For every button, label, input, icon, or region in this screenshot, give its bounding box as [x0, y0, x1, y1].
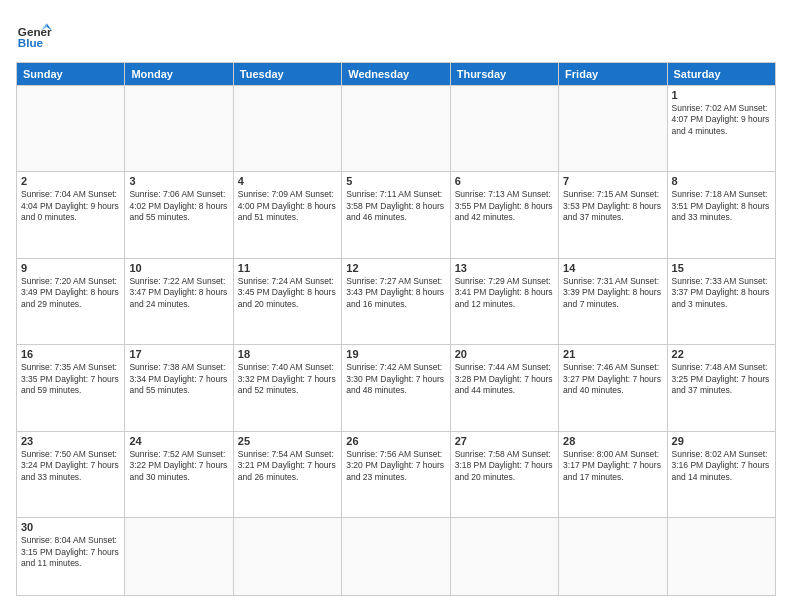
- day-info: Sunrise: 7:06 AM Sunset: 4:02 PM Dayligh…: [129, 189, 228, 223]
- day-cell-empty: [17, 86, 125, 172]
- day-number: 4: [238, 175, 337, 187]
- day-number: 5: [346, 175, 445, 187]
- week-row-2: 2Sunrise: 7:04 AM Sunset: 4:04 PM Daylig…: [17, 172, 776, 258]
- day-info: Sunrise: 7:20 AM Sunset: 3:49 PM Dayligh…: [21, 276, 120, 310]
- day-number: 20: [455, 348, 554, 360]
- day-cell-29: 29Sunrise: 8:02 AM Sunset: 3:16 PM Dayli…: [667, 431, 775, 517]
- day-info: Sunrise: 7:50 AM Sunset: 3:24 PM Dayligh…: [21, 449, 120, 483]
- day-number: 30: [21, 521, 120, 533]
- day-cell-empty: [559, 86, 667, 172]
- day-number: 10: [129, 262, 228, 274]
- day-number: 12: [346, 262, 445, 274]
- day-header-friday: Friday: [559, 63, 667, 86]
- day-cell-empty: [342, 86, 450, 172]
- day-info: Sunrise: 7:09 AM Sunset: 4:00 PM Dayligh…: [238, 189, 337, 223]
- day-number: 13: [455, 262, 554, 274]
- day-number: 1: [672, 89, 771, 101]
- calendar-table: SundayMondayTuesdayWednesdayThursdayFrid…: [16, 62, 776, 596]
- svg-text:Blue: Blue: [18, 36, 44, 49]
- day-header-saturday: Saturday: [667, 63, 775, 86]
- day-cell-16: 16Sunrise: 7:35 AM Sunset: 3:35 PM Dayli…: [17, 345, 125, 431]
- day-number: 19: [346, 348, 445, 360]
- day-cell-18: 18Sunrise: 7:40 AM Sunset: 3:32 PM Dayli…: [233, 345, 341, 431]
- day-number: 3: [129, 175, 228, 187]
- day-cell-empty: [450, 518, 558, 596]
- day-number: 24: [129, 435, 228, 447]
- week-row-3: 9Sunrise: 7:20 AM Sunset: 3:49 PM Daylig…: [17, 258, 776, 344]
- day-cell-20: 20Sunrise: 7:44 AM Sunset: 3:28 PM Dayli…: [450, 345, 558, 431]
- day-cell-7: 7Sunrise: 7:15 AM Sunset: 3:53 PM Daylig…: [559, 172, 667, 258]
- day-cell-empty: [450, 86, 558, 172]
- day-number: 2: [21, 175, 120, 187]
- day-cell-14: 14Sunrise: 7:31 AM Sunset: 3:39 PM Dayli…: [559, 258, 667, 344]
- day-info: Sunrise: 7:44 AM Sunset: 3:28 PM Dayligh…: [455, 362, 554, 396]
- day-number: 22: [672, 348, 771, 360]
- day-info: Sunrise: 7:42 AM Sunset: 3:30 PM Dayligh…: [346, 362, 445, 396]
- day-info: Sunrise: 7:38 AM Sunset: 3:34 PM Dayligh…: [129, 362, 228, 396]
- day-cell-empty: [667, 518, 775, 596]
- day-number: 27: [455, 435, 554, 447]
- day-cell-empty: [559, 518, 667, 596]
- header: General Blue: [16, 16, 776, 52]
- day-cell-15: 15Sunrise: 7:33 AM Sunset: 3:37 PM Dayli…: [667, 258, 775, 344]
- day-info: Sunrise: 7:58 AM Sunset: 3:18 PM Dayligh…: [455, 449, 554, 483]
- days-header-row: SundayMondayTuesdayWednesdayThursdayFrid…: [17, 63, 776, 86]
- day-number: 6: [455, 175, 554, 187]
- day-number: 17: [129, 348, 228, 360]
- day-number: 25: [238, 435, 337, 447]
- day-cell-28: 28Sunrise: 8:00 AM Sunset: 3:17 PM Dayli…: [559, 431, 667, 517]
- day-number: 11: [238, 262, 337, 274]
- day-info: Sunrise: 7:04 AM Sunset: 4:04 PM Dayligh…: [21, 189, 120, 223]
- week-row-5: 23Sunrise: 7:50 AM Sunset: 3:24 PM Dayli…: [17, 431, 776, 517]
- page: General Blue SundayMondayTuesdayWednesda…: [0, 0, 792, 612]
- day-number: 23: [21, 435, 120, 447]
- day-number: 9: [21, 262, 120, 274]
- day-cell-23: 23Sunrise: 7:50 AM Sunset: 3:24 PM Dayli…: [17, 431, 125, 517]
- day-header-monday: Monday: [125, 63, 233, 86]
- day-info: Sunrise: 8:00 AM Sunset: 3:17 PM Dayligh…: [563, 449, 662, 483]
- day-info: Sunrise: 7:15 AM Sunset: 3:53 PM Dayligh…: [563, 189, 662, 223]
- week-row-4: 16Sunrise: 7:35 AM Sunset: 3:35 PM Dayli…: [17, 345, 776, 431]
- day-header-thursday: Thursday: [450, 63, 558, 86]
- day-cell-27: 27Sunrise: 7:58 AM Sunset: 3:18 PM Dayli…: [450, 431, 558, 517]
- day-info: Sunrise: 8:04 AM Sunset: 3:15 PM Dayligh…: [21, 535, 120, 569]
- day-cell-9: 9Sunrise: 7:20 AM Sunset: 3:49 PM Daylig…: [17, 258, 125, 344]
- day-cell-6: 6Sunrise: 7:13 AM Sunset: 3:55 PM Daylig…: [450, 172, 558, 258]
- day-info: Sunrise: 7:33 AM Sunset: 3:37 PM Dayligh…: [672, 276, 771, 310]
- day-cell-13: 13Sunrise: 7:29 AM Sunset: 3:41 PM Dayli…: [450, 258, 558, 344]
- day-info: Sunrise: 7:40 AM Sunset: 3:32 PM Dayligh…: [238, 362, 337, 396]
- day-number: 28: [563, 435, 662, 447]
- day-info: Sunrise: 8:02 AM Sunset: 3:16 PM Dayligh…: [672, 449, 771, 483]
- day-cell-empty: [125, 518, 233, 596]
- day-number: 18: [238, 348, 337, 360]
- day-cell-24: 24Sunrise: 7:52 AM Sunset: 3:22 PM Dayli…: [125, 431, 233, 517]
- day-cell-26: 26Sunrise: 7:56 AM Sunset: 3:20 PM Dayli…: [342, 431, 450, 517]
- day-info: Sunrise: 7:48 AM Sunset: 3:25 PM Dayligh…: [672, 362, 771, 396]
- day-info: Sunrise: 7:29 AM Sunset: 3:41 PM Dayligh…: [455, 276, 554, 310]
- day-number: 15: [672, 262, 771, 274]
- day-cell-10: 10Sunrise: 7:22 AM Sunset: 3:47 PM Dayli…: [125, 258, 233, 344]
- day-cell-25: 25Sunrise: 7:54 AM Sunset: 3:21 PM Dayli…: [233, 431, 341, 517]
- day-number: 16: [21, 348, 120, 360]
- day-number: 7: [563, 175, 662, 187]
- day-number: 26: [346, 435, 445, 447]
- day-cell-2: 2Sunrise: 7:04 AM Sunset: 4:04 PM Daylig…: [17, 172, 125, 258]
- day-info: Sunrise: 7:46 AM Sunset: 3:27 PM Dayligh…: [563, 362, 662, 396]
- day-cell-12: 12Sunrise: 7:27 AM Sunset: 3:43 PM Dayli…: [342, 258, 450, 344]
- day-info: Sunrise: 7:24 AM Sunset: 3:45 PM Dayligh…: [238, 276, 337, 310]
- day-cell-3: 3Sunrise: 7:06 AM Sunset: 4:02 PM Daylig…: [125, 172, 233, 258]
- day-info: Sunrise: 7:18 AM Sunset: 3:51 PM Dayligh…: [672, 189, 771, 223]
- day-info: Sunrise: 7:02 AM Sunset: 4:07 PM Dayligh…: [672, 103, 771, 137]
- day-info: Sunrise: 7:22 AM Sunset: 3:47 PM Dayligh…: [129, 276, 228, 310]
- day-header-wednesday: Wednesday: [342, 63, 450, 86]
- day-number: 29: [672, 435, 771, 447]
- day-header-tuesday: Tuesday: [233, 63, 341, 86]
- week-row-1: 1Sunrise: 7:02 AM Sunset: 4:07 PM Daylig…: [17, 86, 776, 172]
- day-number: 21: [563, 348, 662, 360]
- day-info: Sunrise: 7:13 AM Sunset: 3:55 PM Dayligh…: [455, 189, 554, 223]
- day-number: 8: [672, 175, 771, 187]
- day-cell-22: 22Sunrise: 7:48 AM Sunset: 3:25 PM Dayli…: [667, 345, 775, 431]
- week-row-6: 30Sunrise: 8:04 AM Sunset: 3:15 PM Dayli…: [17, 518, 776, 596]
- day-info: Sunrise: 7:52 AM Sunset: 3:22 PM Dayligh…: [129, 449, 228, 483]
- day-cell-empty: [233, 86, 341, 172]
